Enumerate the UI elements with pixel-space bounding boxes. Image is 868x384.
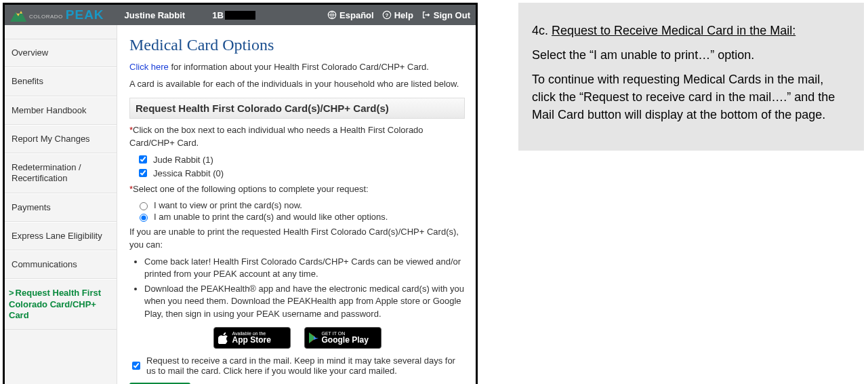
logo-subtext: COLORADO <box>29 14 63 20</box>
instruction-2: *Select one of the following options to … <box>129 183 465 196</box>
peak-logo: COLORADO PEAK <box>10 7 104 22</box>
instruction-heading: 4c. Request to Receive Medical Card in t… <box>532 22 850 39</box>
click-here-link[interactable]: Click here <box>129 62 169 72</box>
app-store-badge[interactable]: Available on the App Store <box>213 327 291 349</box>
radio-unable-print[interactable]: I am unable to print the card(s) and wou… <box>136 212 465 222</box>
radio-unable-print-input[interactable] <box>140 214 148 222</box>
member-1-checkbox[interactable] <box>139 155 147 164</box>
info-line: Click here for information about your He… <box>129 61 465 74</box>
globe-icon <box>327 10 337 20</box>
sidebar-item-benefits[interactable]: Benefits <box>5 67 117 96</box>
espanol-link[interactable]: Español <box>327 10 374 20</box>
page-title: Medical Card Options <box>129 36 465 54</box>
redacted-box <box>225 11 255 20</box>
bullet-2: Download the PEAKHealth® app and have th… <box>144 283 465 320</box>
help-icon: ? <box>382 10 392 20</box>
instruction-panel: 4c. Request to Receive Medical Card in t… <box>518 3 864 151</box>
unable-bullets: Come back later! Health First Colorado C… <box>144 256 465 320</box>
bullet-1: Come back later! Health First Colorado C… <box>144 256 465 280</box>
logo-text: PEAK <box>66 7 104 22</box>
signout-link[interactable]: Sign Out <box>421 10 470 20</box>
member-checkbox-1[interactable]: Jude Rabbit (1) <box>136 153 465 166</box>
sidebar-item-communications[interactable]: Communications <box>5 250 117 279</box>
user-name: Justine Rabbit <box>125 10 186 20</box>
signout-icon <box>421 10 431 20</box>
mail-request-checkbox-row[interactable]: Request to receive a card in the mail. K… <box>129 356 465 376</box>
request-heading: Request Health First Colorado Card(s)/CH… <box>129 98 465 119</box>
availability-text: A card is available for each of the indi… <box>129 78 465 91</box>
store-badges: Available on the App Store GET IT ON Goo… <box>129 327 465 349</box>
mail-request-checkbox[interactable] <box>132 362 140 370</box>
main-content: Medical Card Options Click here for info… <box>117 25 476 384</box>
radio-print-now[interactable]: I want to view or print the card(s) now. <box>136 200 465 210</box>
sidebar-item-request-card[interactable]: >Request Health First Colorado Card/CHP+… <box>5 279 117 330</box>
member-2-checkbox[interactable] <box>139 169 147 177</box>
sidebar-item-overview[interactable]: Overview <box>5 39 117 67</box>
apple-icon <box>218 332 229 344</box>
instruction-1: *Click on the box next to each individua… <box>129 124 465 150</box>
sidebar-item-express-lane[interactable]: Express Lane Eligibility <box>5 222 117 250</box>
instruction-p2: To continue with requesting Medical Card… <box>532 71 850 123</box>
unable-lead: If you are unable to print the requested… <box>129 226 465 252</box>
sidebar-nav: Overview Benefits Member Handbook Report… <box>5 25 117 384</box>
sidebar-item-redetermination[interactable]: Redetermination / Recertification <box>5 153 117 193</box>
mountain-icon <box>10 8 26 22</box>
radio-print-now-input[interactable] <box>140 202 148 210</box>
chevron-right-icon: > <box>9 288 14 298</box>
sidebar-item-member-handbook[interactable]: Member Handbook <box>5 96 117 125</box>
sidebar-item-report-changes[interactable]: Report My Changes <box>5 125 117 153</box>
svg-text:?: ? <box>385 12 388 18</box>
sidebar-item-payments[interactable]: Payments <box>5 193 117 222</box>
case-number: 1B <box>212 10 255 20</box>
member-checkbox-2[interactable]: Jessica Rabbit (0) <box>136 167 465 179</box>
help-link[interactable]: ? Help <box>382 10 413 20</box>
google-play-badge[interactable]: GET IT ON Google Play <box>304 327 381 349</box>
svg-marker-8 <box>314 336 318 340</box>
instruction-p1: Select the “I am unable to print…” optio… <box>532 46 850 64</box>
play-icon <box>309 332 318 343</box>
peak-app-window: COLORADO PEAK Justine Rabbit 1B Español … <box>3 3 478 384</box>
top-bar: COLORADO PEAK Justine Rabbit 1B Español … <box>5 5 476 25</box>
